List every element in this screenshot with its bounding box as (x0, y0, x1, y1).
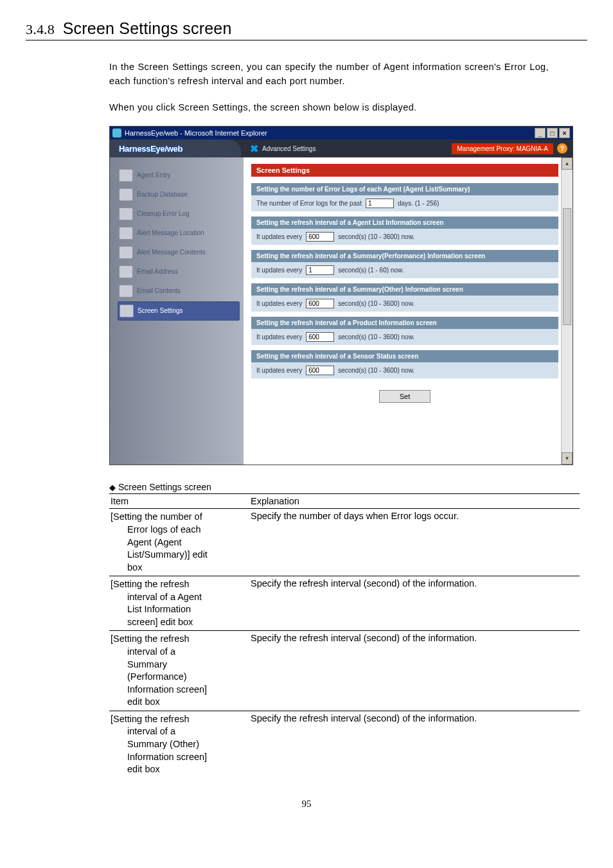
folder-icon (119, 169, 133, 182)
sidebar-item-label: Email Contents (137, 288, 181, 295)
database-icon (119, 188, 133, 201)
wrench-icon (120, 305, 134, 317)
item-cell: [Setting the number of Error logs of eac… (109, 509, 249, 576)
explanation-cell: Specify the number of days when Error lo… (249, 509, 580, 576)
sidebar-item-cleanup-error-log[interactable]: Cleanup Error Log (118, 205, 240, 223)
page-number: 95 (26, 799, 587, 810)
label-post: second(s) (10 - 3600) now. (338, 233, 414, 240)
sidebar-item-email-address[interactable]: Email Address (118, 263, 240, 281)
sidebar-item-label: Alert Message Location (137, 230, 204, 237)
sidebar-item-alert-location[interactable]: Alert Message Location (118, 224, 240, 242)
label-pre: It updates every (256, 267, 302, 274)
tools-icon: ✖ (250, 143, 258, 155)
label-post: second(s) (10 - 3600) now. (338, 300, 414, 307)
product-logo: HarnessEye/web (119, 144, 182, 154)
table-row: [Setting the refresh interval of a Summa… (109, 711, 580, 777)
label-pre: It updates every (256, 233, 302, 240)
heading-title: Screen Settings screen (63, 19, 232, 37)
section-agent-list-heading: Setting the refresh interval of a Agent … (251, 217, 558, 229)
product-info-refresh-row: It updates every second(s) (10 - 3600) n… (251, 329, 558, 345)
ie-icon (112, 128, 121, 137)
close-button[interactable]: × (559, 128, 570, 138)
mail-icon (119, 265, 133, 278)
agent-list-refresh-row: It updates every second(s) (10 - 3600) n… (251, 229, 558, 245)
label-post: second(s) (1 - 60) now. (338, 267, 404, 274)
intro-paragraph-1: In the Screen Settings screen, you can s… (109, 60, 549, 89)
minimize-button[interactable]: _ (535, 128, 546, 138)
sidebar-item-label: Screen Settings (138, 308, 183, 315)
scroll-down-button[interactable]: ▼ (562, 452, 573, 465)
scroll-track[interactable] (562, 170, 573, 452)
help-icon[interactable]: ? (557, 143, 567, 154)
content-area: Screen Settings Setting the number of Er… (244, 157, 573, 465)
section-sensor-status-heading: Setting the refresh interval of a Sensor… (251, 350, 558, 362)
agent-list-refresh-input[interactable] (306, 232, 334, 242)
sidebar-item-email-contents[interactable]: Email Contents (118, 282, 240, 300)
summary-perf-refresh-input[interactable] (306, 265, 334, 275)
label-post: second(s) (10 - 3600) now. (338, 367, 414, 374)
diamond-bullet-icon: ◆ (109, 483, 116, 492)
explanation-cell: Specify the refresh interval (second) of… (249, 576, 580, 631)
summary-other-refresh-input[interactable] (306, 299, 334, 308)
label-pre: It updates every (256, 300, 302, 307)
sidebar-item-agent-entry[interactable]: Agent Entry (118, 166, 240, 184)
label-post: second(s) (10 - 3600) now. (338, 333, 414, 341)
sidebar-item-label: Email Address (137, 269, 178, 276)
embedded-screenshot: HarnessEye/web - Microsoft Internet Expl… (109, 126, 573, 465)
item-cell: [Setting the refresh interval of a Agent… (109, 576, 249, 631)
section-summary-perf-heading: Setting the refresh interval of a Summar… (251, 250, 558, 262)
table-caption: ◆Screen Settings screen (109, 482, 587, 492)
panel-title: Screen Settings (251, 164, 558, 177)
summary-other-refresh-row: It updates every second(s) (10 - 3600) n… (251, 296, 558, 312)
spec-table: Item Explanation [Setting the number of … (109, 493, 580, 777)
label-pre: It updates every (256, 367, 302, 374)
alert-icon (119, 246, 133, 259)
mail-icon (119, 285, 133, 297)
broom-icon (119, 208, 133, 220)
maximize-button[interactable]: □ (547, 128, 558, 138)
sidebar-item-label: Cleanup Error Log (137, 211, 190, 218)
label-pre: The number of Error logs for the past (256, 200, 362, 207)
section-summary-other-heading: Setting the refresh interval of a Summar… (251, 283, 558, 296)
item-cell: [Setting the refresh interval of a Summa… (109, 711, 249, 777)
sensor-status-refresh-input[interactable] (306, 366, 334, 375)
sensor-status-refresh-row: It updates every second(s) (10 - 3600) n… (251, 362, 558, 378)
vertical-scrollbar[interactable]: ▲ ▼ (561, 157, 573, 465)
logo-area: HarnessEye/web (110, 139, 241, 157)
th-explanation: Explanation (249, 494, 580, 509)
app-header: HarnessEye/web ✖ Advanced Settings Manag… (110, 139, 573, 157)
sidebar-item-label: Alert Message Contents (137, 249, 206, 256)
sidebar-item-backup-database[interactable]: Backup Database (118, 186, 240, 204)
window-titlebar: HarnessEye/web - Microsoft Internet Expl… (110, 127, 573, 139)
label-pre: It updates every (256, 333, 302, 341)
explanation-cell: Specify the refresh interval (second) of… (249, 631, 580, 711)
set-button[interactable]: Set (379, 390, 431, 403)
item-cell: [Setting the refresh interval of a Summa… (109, 631, 249, 711)
alert-icon (119, 227, 133, 240)
table-row: [Setting the number of Error logs of eac… (109, 509, 580, 576)
heading-number: 3.4.8 (26, 21, 55, 37)
section-error-logs-heading: Setting the number of Error Logs of each… (251, 183, 558, 195)
table-row: [Setting the refresh interval of a Agent… (109, 576, 580, 631)
th-item: Item (109, 494, 249, 509)
management-proxy-badge: Management Proxy: MAGNIA-A (452, 143, 553, 154)
scroll-thumb[interactable] (563, 208, 571, 325)
intro-paragraph-2: When you click Screen Settings, the scre… (109, 100, 549, 114)
scroll-up-button[interactable]: ▲ (562, 157, 573, 170)
advanced-settings-label[interactable]: Advanced Settings (262, 145, 315, 152)
sidebar: Agent Entry Backup Database Cleanup Erro… (110, 157, 244, 465)
page-heading: 3.4.8 Screen Settings screen (26, 19, 587, 40)
error-logs-row: The number of Error logs for the past da… (251, 195, 558, 211)
section-product-info-heading: Setting the refresh interval of a Produc… (251, 317, 558, 329)
sidebar-item-screen-settings[interactable]: Screen Settings (118, 301, 240, 321)
sidebar-item-label: Agent Entry (137, 172, 170, 179)
sidebar-item-label: Backup Database (137, 191, 188, 199)
product-info-refresh-input[interactable] (306, 332, 334, 342)
sidebar-item-alert-contents[interactable]: Alert Message Contents (118, 244, 240, 261)
error-logs-days-input[interactable] (366, 199, 394, 208)
table-row: [Setting the refresh interval of a Summa… (109, 631, 580, 711)
summary-perf-refresh-row: It updates every second(s) (1 - 60) now. (251, 262, 558, 278)
window-title: HarnessEye/web - Microsoft Internet Expl… (125, 129, 533, 137)
label-post: days. (1 - 256) (398, 200, 439, 207)
explanation-cell: Specify the refresh interval (second) of… (249, 711, 580, 777)
